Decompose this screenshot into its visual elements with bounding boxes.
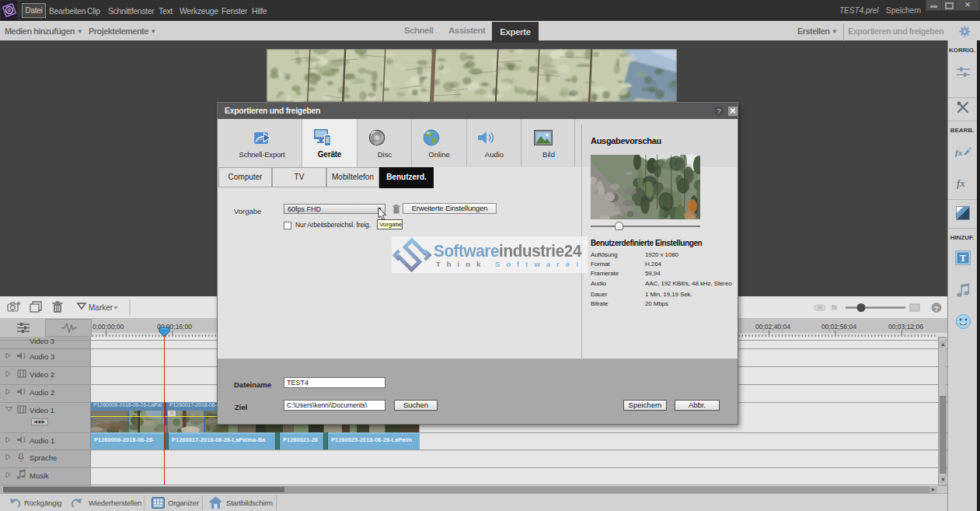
svg-text:?: ? bbox=[934, 305, 939, 313]
svg-text:fx: fx bbox=[955, 148, 963, 157]
svg-text:Marker: Marker bbox=[89, 303, 113, 312]
svg-text:T: T bbox=[960, 253, 966, 264]
svg-text:fx: fx bbox=[957, 177, 965, 189]
